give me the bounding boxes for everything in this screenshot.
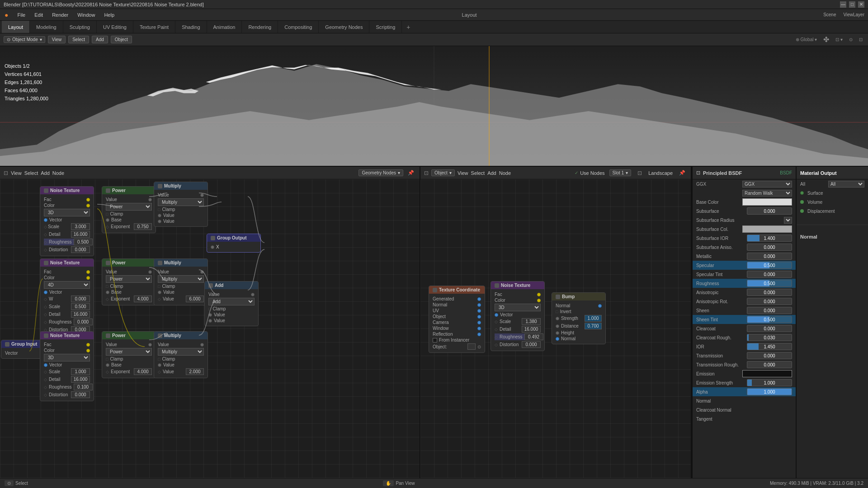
menu-edit[interactable]: Edit xyxy=(30,9,47,21)
noise2-type[interactable]: 4D3D xyxy=(44,281,90,289)
mat-view-btn[interactable]: View xyxy=(458,170,468,176)
tab-compositing[interactable]: Compositing xyxy=(278,21,319,33)
noise3-collapse[interactable] xyxy=(44,333,48,338)
metallic-bar[interactable]: 0.000 xyxy=(747,253,792,260)
geo-node-canvas[interactable]: Group Input Vector Noise Texture xyxy=(0,179,420,488)
sheen-tint-bar[interactable]: 0.500 xyxy=(747,316,792,323)
mat-noise-collapse[interactable] xyxy=(495,283,499,288)
viewport-canvas[interactable]: Objects 1/2 Vertices 641,601 Edges 1,281… xyxy=(0,46,868,166)
slot-selector[interactable]: Slot 1 ▾ xyxy=(609,169,632,176)
noise1-type[interactable]: 3D4D xyxy=(44,209,90,216)
group-output-collapse[interactable] xyxy=(211,236,215,240)
subsurface-method-select[interactable]: Random Walk xyxy=(742,190,792,197)
blender-icon[interactable]: ● xyxy=(0,9,13,21)
mat-output-all-select[interactable]: All xyxy=(828,181,864,188)
geo-pin-btn[interactable]: 📌 xyxy=(406,170,416,176)
subsurface-radius-expand[interactable]: ▾ xyxy=(784,217,792,224)
menu-file[interactable]: File xyxy=(13,9,30,21)
proportional-btn[interactable]: ⊙ xyxy=(847,37,854,42)
tex-coord-collapse[interactable] xyxy=(433,288,437,292)
transmission-roughness-bar[interactable]: 0.000 xyxy=(747,361,792,368)
subsurface-aniso-bar[interactable]: 0.000 xyxy=(747,244,792,251)
texture-coord-node[interactable]: Texture Coordinate Generated Normal UV xyxy=(429,286,485,353)
material-noise-node[interactable]: Noise Texture Fac Color xyxy=(491,281,545,351)
noise3-scale[interactable] xyxy=(71,368,90,375)
multiply1-type[interactable]: Multiply xyxy=(158,198,204,206)
tab-texture-paint[interactable]: Texture Paint xyxy=(133,21,175,33)
subsurface-color-swatch[interactable] xyxy=(742,225,792,233)
noise1-scale[interactable] xyxy=(71,223,90,230)
add-collapse[interactable] xyxy=(208,283,213,288)
collapse-btn[interactable] xyxy=(5,342,9,347)
power2-type-sel[interactable]: Power xyxy=(106,275,152,283)
tab-layout[interactable]: Layout xyxy=(2,21,30,33)
power1-type-sel[interactable]: Power xyxy=(106,203,152,211)
multiply2-val[interactable] xyxy=(186,296,204,302)
tab-modeling[interactable]: Modeling xyxy=(30,21,63,33)
select-mode-btn[interactable]: ⊙ xyxy=(5,480,14,486)
power1-collapse[interactable] xyxy=(106,188,110,193)
add-btn[interactable]: Add xyxy=(92,36,108,43)
group-output-node[interactable]: Group Output X xyxy=(207,234,261,253)
use-nodes-toggle[interactable]: ✓ Use Nodes xyxy=(575,170,604,176)
transmission-bar[interactable]: 0.000 xyxy=(747,352,792,359)
mat-noise-distortion[interactable] xyxy=(522,341,541,348)
multiply2-type[interactable]: Multiply xyxy=(158,275,204,283)
emission-strength-bar[interactable]: 1.000 xyxy=(747,379,792,386)
mat-node-btn[interactable]: Node xyxy=(499,170,511,176)
select-btn[interactable]: Select xyxy=(68,36,89,43)
maximize-btn[interactable]: □ xyxy=(849,1,855,8)
tab-scripting[interactable]: Scripting xyxy=(369,21,402,33)
sheen-bar[interactable]: 0.000 xyxy=(747,307,792,314)
menu-help[interactable]: Help xyxy=(99,9,119,21)
tab-uv-editing[interactable]: UV Editing xyxy=(97,21,133,33)
power-1[interactable]: Power Value Power □ xyxy=(102,186,156,233)
noise3-distortion[interactable] xyxy=(71,391,90,398)
multiply-1[interactable]: Multiply Value Multiply xyxy=(154,182,208,227)
mat-noise-roughness[interactable] xyxy=(524,333,543,340)
noise1-roughness[interactable] xyxy=(74,239,93,245)
power-2[interactable]: Power Value Power □ xyxy=(102,258,156,305)
tab-sculpting[interactable]: Sculpting xyxy=(63,21,97,33)
bump-strength[interactable] xyxy=(585,315,602,322)
tab-geometry-nodes[interactable]: Geometry Nodes xyxy=(319,21,369,33)
specular-bar[interactable]: 0.500 xyxy=(747,262,792,269)
multiply-3[interactable]: Multiply Value Multiply xyxy=(154,331,208,378)
noise1-distortion[interactable] xyxy=(71,246,90,253)
power2-collapse[interactable] xyxy=(106,261,110,265)
noise2-collapse[interactable] xyxy=(44,261,48,265)
noise-texture-1[interactable]: Noise Texture Fac Color xyxy=(40,186,94,256)
mode-selector[interactable]: ⊙ Object Mode ▾ xyxy=(4,36,45,43)
alpha-bar[interactable]: 1.000 xyxy=(747,388,792,395)
power1-exp[interactable] xyxy=(134,223,152,230)
noise1-collapse[interactable] xyxy=(44,188,48,193)
mat-noise-type[interactable]: 3D xyxy=(495,304,541,311)
clearcoat-roughness-bar[interactable]: 0.030 xyxy=(747,334,792,341)
noise2-scale[interactable] xyxy=(71,303,90,310)
overlay-btn[interactable]: ⊡ xyxy=(857,37,864,42)
multiply3-type[interactable]: Multiply xyxy=(158,348,204,356)
multiply3-collapse[interactable] xyxy=(158,333,162,338)
mat-add-btn[interactable]: Add xyxy=(487,170,496,176)
object-selector[interactable]: Object ▾ xyxy=(431,169,455,176)
emission-swatch[interactable] xyxy=(742,370,792,377)
mat-noise-detail[interactable] xyxy=(522,326,541,333)
noise-texture-3[interactable]: Noise Texture Fac Color xyxy=(40,331,94,401)
mat-pin-btn[interactable]: 📌 xyxy=(677,170,687,176)
anisotropic-bar[interactable]: 0.000 xyxy=(747,289,792,296)
add-geo-btn[interactable]: Add xyxy=(41,170,50,176)
base-color-swatch[interactable] xyxy=(742,198,792,206)
window-controls[interactable]: — □ ✕ xyxy=(840,1,864,8)
multiply2-collapse[interactable] xyxy=(158,261,162,265)
multiply1-collapse[interactable] xyxy=(158,184,162,188)
subsurface-ior-bar[interactable]: 1.400 xyxy=(747,235,792,242)
bump-collapse[interactable] xyxy=(556,295,560,299)
view-geo-btn[interactable]: View xyxy=(11,170,22,176)
ior-bar[interactable]: 1.450 xyxy=(747,343,792,350)
power3-collapse[interactable] xyxy=(106,333,110,338)
node-geo-btn[interactable]: Node xyxy=(52,170,64,176)
geo-node-type[interactable]: Geometry Nodes ▾ xyxy=(359,169,403,176)
clearcoat-bar[interactable]: 0.000 xyxy=(747,325,792,332)
noise2-detail[interactable] xyxy=(71,311,90,318)
noise2-w[interactable] xyxy=(71,296,90,302)
